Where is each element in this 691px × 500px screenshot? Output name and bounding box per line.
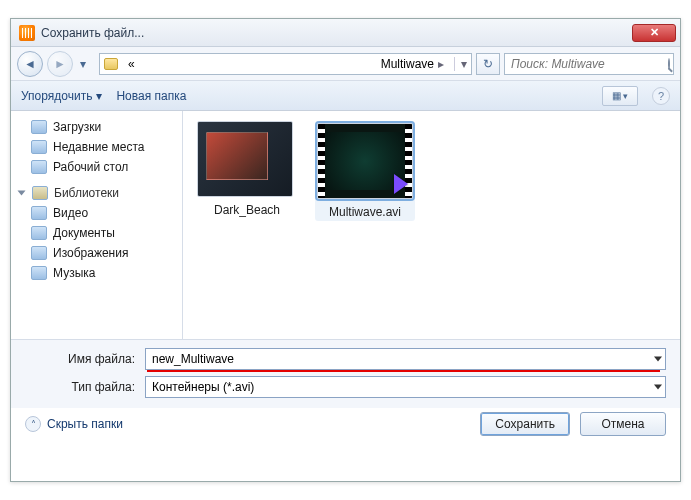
item-label: Multiwave.avi: [317, 205, 413, 219]
sidebar-item-label: Документы: [53, 226, 115, 240]
sidebar-header-label: Библиотеки: [54, 186, 119, 200]
collapse-icon: ˄: [25, 416, 41, 432]
documents-library-icon: [31, 226, 47, 240]
sidebar-item-label: Музыка: [53, 266, 95, 280]
play-icon: [394, 174, 408, 194]
downloads-icon: [31, 120, 47, 134]
explorer-toolbar: Упорядочить ▾ Новая папка ▦ ▾ ?: [11, 81, 680, 111]
chevron-down-icon: ▾: [623, 91, 628, 101]
back-button[interactable]: ◄: [17, 51, 43, 77]
arrow-right-icon: ►: [54, 57, 66, 71]
list-item[interactable]: Multiwave.avi: [315, 121, 415, 221]
organize-menu[interactable]: Упорядочить ▾: [21, 89, 102, 103]
save-button[interactable]: Сохранить: [480, 412, 570, 436]
view-options-button[interactable]: ▦ ▾: [602, 86, 638, 106]
chevron-down-icon: ▾: [96, 89, 102, 103]
video-thumbnail: [317, 123, 413, 199]
sidebar-item-downloads[interactable]: Загрузки: [15, 117, 178, 137]
sidebar-item-documents[interactable]: Документы: [15, 223, 178, 243]
chevron-down-icon[interactable]: ▾: [461, 57, 467, 71]
titlebar: Сохранить файл... ✕: [11, 19, 680, 47]
close-button[interactable]: ✕: [632, 24, 676, 42]
save-dialog-window: Сохранить файл... ✕ ◄ ► ▾ « Multiwave ▸: [10, 18, 681, 482]
sidebar-item-label: Загрузки: [53, 120, 101, 134]
address-bar[interactable]: « Multiwave ▸ ▾: [99, 53, 472, 75]
list-item[interactable]: Dark_Beach: [197, 121, 297, 217]
item-label: Dark_Beach: [197, 203, 297, 217]
refresh-button[interactable]: ↻: [476, 53, 500, 75]
search-input[interactable]: [511, 57, 662, 71]
body-area: Загрузки Недавние места Рабочий стол Биб…: [11, 111, 680, 339]
sidebar-item-pictures[interactable]: Изображения: [15, 243, 178, 263]
filename-input[interactable]: [145, 348, 666, 370]
help-button[interactable]: ?: [652, 87, 670, 105]
recent-icon: [31, 140, 47, 154]
arrow-left-icon: ◄: [24, 57, 36, 71]
sidebar-item-label: Изображения: [53, 246, 128, 260]
chevron-right-icon: ▸: [438, 57, 444, 71]
sidebar-item-video[interactable]: Видео: [15, 203, 178, 223]
hide-folders-link[interactable]: ˄ Скрыть папки: [25, 416, 123, 432]
dialog-footer: ˄ Скрыть папки Сохранить Отмена: [11, 408, 680, 438]
cancel-button[interactable]: Отмена: [580, 412, 666, 436]
vlc-cone-icon: [19, 25, 35, 41]
search-box[interactable]: [504, 53, 674, 75]
sidebar-item-music[interactable]: Музыка: [15, 263, 178, 283]
highlight-underline: [147, 370, 660, 372]
sidebar-item-label: Недавние места: [53, 140, 144, 154]
libraries-icon: [32, 186, 48, 200]
new-folder-button[interactable]: Новая папка: [116, 89, 186, 103]
window-title: Сохранить файл...: [41, 26, 144, 40]
refresh-icon: ↻: [483, 57, 493, 71]
chevron-down-icon: ▾: [80, 57, 86, 71]
forward-button[interactable]: ►: [47, 51, 73, 77]
sidebar-item-recent[interactable]: Недавние места: [15, 137, 178, 157]
filetype-label: Тип файла:: [25, 380, 135, 394]
sidebar-item-label: Рабочий стол: [53, 160, 128, 174]
desktop-icon: [31, 160, 47, 174]
breadcrumb-back[interactable]: «: [124, 54, 139, 74]
close-icon: ✕: [650, 26, 659, 39]
expand-icon: [18, 191, 26, 196]
sidebar-item-desktop[interactable]: Рабочий стол: [15, 157, 178, 177]
filetype-select[interactable]: [145, 376, 666, 398]
navigation-pane: Загрузки Недавние места Рабочий стол Биб…: [11, 111, 183, 339]
video-library-icon: [31, 206, 47, 220]
nav-history-dropdown[interactable]: ▾: [77, 51, 89, 77]
filename-label: Имя файла:: [25, 352, 135, 366]
folder-icon: [104, 58, 118, 70]
save-fields-panel: Имя файла: Тип файла:: [11, 339, 680, 408]
filmstrip-icon: [318, 124, 325, 198]
music-library-icon: [31, 266, 47, 280]
sidebar-header-libraries[interactable]: Библиотеки: [15, 183, 178, 203]
nav-toolbar: ◄ ► ▾ « Multiwave ▸ ▾ ↻: [11, 47, 680, 81]
view-icon: ▦: [612, 90, 621, 101]
breadcrumb-current[interactable]: Multiwave ▸: [377, 54, 448, 74]
pictures-library-icon: [31, 246, 47, 260]
sidebar-item-label: Видео: [53, 206, 88, 220]
file-list[interactable]: Dark_Beach Multiwave.avi: [183, 111, 680, 339]
folder-thumbnail: [197, 121, 293, 197]
search-icon: [668, 58, 670, 70]
